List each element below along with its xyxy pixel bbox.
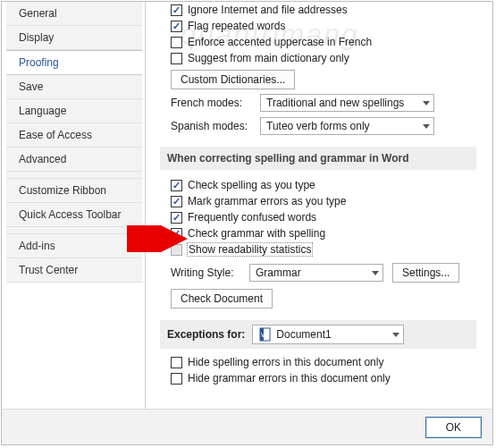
dialog-footer: OK [2, 409, 492, 444]
sidebar-item-advanced[interactable]: Advanced [6, 148, 142, 172]
content-pane: Ignore Internet and file addresses Flag … [149, 2, 487, 410]
label-suggest-main: Suggest from main dictionary only [188, 52, 349, 64]
exceptions-doc-value: Document1 [276, 328, 331, 341]
options-sidebar: General Display Proofing Save Language E… [6, 2, 142, 283]
checkbox-mark-grammar[interactable] [171, 196, 182, 207]
svg-text:W: W [261, 331, 268, 339]
label-ignore-internet: Ignore Internet and file addresses [188, 4, 348, 16]
sidebar-item-proofing[interactable]: Proofing [6, 50, 142, 75]
chevron-down-icon [423, 101, 430, 106]
spanish-modes-value: Tuteo verb forms only [266, 120, 370, 132]
writing-style-value: Grammar [256, 266, 301, 279]
sidebar-item-ease-of-access[interactable]: Ease of Access [6, 123, 142, 148]
label-check-grammar-with-spelling: Check grammar with spelling [188, 227, 325, 240]
writing-style-combo[interactable]: Grammar [249, 264, 383, 282]
section-heading-correcting: When correcting spelling and grammar in … [160, 147, 476, 170]
checkbox-check-grammar-with-spelling[interactable] [171, 228, 182, 240]
checkbox-ignore-internet[interactable] [171, 4, 182, 16]
french-modes-value: Traditional and new spellings [266, 97, 404, 109]
label-frequently-confused: Frequently confused words [188, 211, 316, 224]
spanish-modes-label: Spanish modes: [171, 120, 251, 132]
sidebar-item-save[interactable]: Save [6, 75, 142, 99]
spanish-modes-combo[interactable]: Tuteo verb forms only [260, 117, 434, 135]
check-document-button[interactable]: Check Document [171, 289, 273, 309]
sidebar-item-trust-center[interactable]: Trust Center [6, 258, 142, 283]
sidebar-item-display[interactable]: Display [6, 26, 142, 50]
label-hide-spelling-errors: Hide spelling errors in this document on… [188, 356, 383, 368]
ok-button[interactable]: OK [425, 417, 482, 438]
chevron-down-icon [423, 124, 430, 129]
sidebar-item-language[interactable]: Language [6, 99, 142, 123]
sidebar-item-add-ins[interactable]: Add-ins [6, 234, 142, 258]
sidebar-divider [145, 2, 146, 410]
checkbox-frequently-confused[interactable] [171, 212, 182, 224]
sidebar-item-general[interactable]: General [6, 2, 142, 26]
checkbox-suggest-main[interactable] [171, 53, 182, 64]
sidebar-spacer [6, 227, 142, 234]
sidebar-item-quick-access-toolbar[interactable]: Quick Access Toolbar [6, 203, 142, 227]
french-modes-label: French modes: [171, 97, 251, 109]
chevron-down-icon [392, 333, 399, 337]
sidebar-spacer [6, 172, 142, 179]
settings-button[interactable]: Settings... [392, 263, 459, 283]
checkbox-check-spelling[interactable] [171, 180, 182, 191]
label-flag-repeated: Flag repeated words [188, 20, 285, 32]
label-mark-grammar: Mark grammar errors as you type [188, 195, 346, 207]
document-icon: W [258, 327, 273, 342]
sidebar-item-customize-ribbon[interactable]: Customize Ribbon [6, 179, 142, 203]
checkbox-enforce-french[interactable] [171, 37, 182, 48]
writing-style-label: Writing Style: [171, 266, 240, 279]
checkbox-hide-spelling-errors[interactable] [171, 357, 182, 368]
exceptions-bar: Exceptions for: W Document1 [160, 320, 476, 349]
custom-dictionaries-button[interactable]: Custom Dictionaries... [171, 70, 295, 89]
label-hide-grammar-errors: Hide grammar errors in this document onl… [188, 372, 391, 385]
exceptions-label: Exceptions for: [167, 328, 245, 341]
checkbox-readability[interactable] [171, 244, 182, 256]
checkbox-flag-repeated[interactable] [171, 21, 182, 32]
label-enforce-french: Enforce accented uppercase in French [188, 36, 372, 48]
exceptions-doc-combo[interactable]: W Document1 [252, 325, 404, 344]
label-readability: Show readability statistics [188, 243, 312, 256]
french-modes-combo[interactable]: Traditional and new spellings [260, 94, 434, 112]
label-check-spelling: Check spelling as you type [188, 179, 315, 191]
checkbox-hide-grammar-errors[interactable] [171, 373, 182, 385]
chevron-down-icon [372, 271, 379, 275]
